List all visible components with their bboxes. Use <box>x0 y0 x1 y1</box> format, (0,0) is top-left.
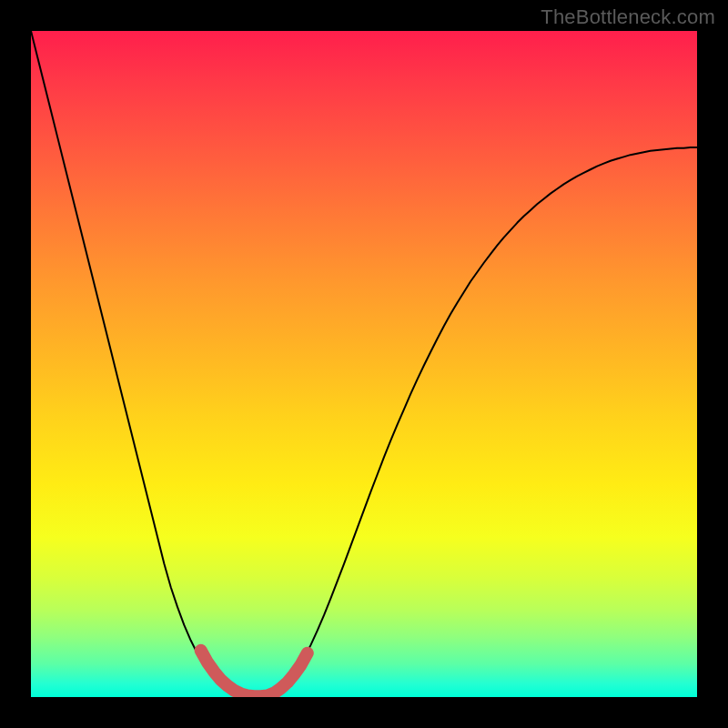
watermark-text: TheBottleneck.com <box>541 5 715 29</box>
highlight-curve-line <box>201 651 308 697</box>
main-curve-line <box>31 31 697 697</box>
chart-svg <box>31 31 697 697</box>
plot-area <box>31 31 697 697</box>
chart-frame: TheBottleneck.com <box>0 0 728 728</box>
